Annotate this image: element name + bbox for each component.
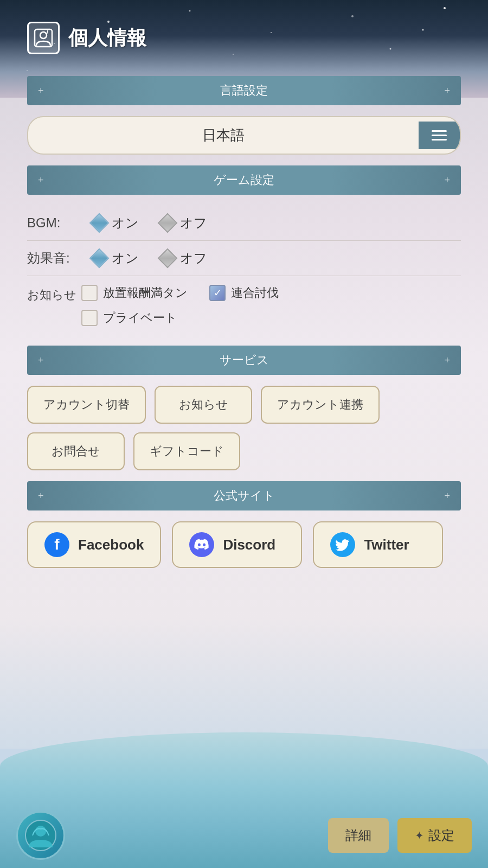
language-section-title: 言語設定 xyxy=(44,82,445,99)
game-settings-section-header: + ゲーム設定 + xyxy=(27,165,461,195)
header-icon: / xyxy=(27,22,60,54)
section-deco-left2: + xyxy=(38,175,44,186)
notification-row-2: プライベート xyxy=(81,310,279,326)
section-deco-right: + xyxy=(444,85,450,97)
bottom-actions: 詳細 ✦ 設定 xyxy=(328,818,472,853)
section-deco-left4: + xyxy=(38,490,44,502)
gift-code-button[interactable]: ギフトコード xyxy=(133,432,240,470)
language-section-header: + 言語設定 + xyxy=(27,76,461,105)
settings-button-label: 設定 xyxy=(428,827,454,844)
bgm-on-label: オン xyxy=(112,214,139,232)
language-selector[interactable]: 日本語 xyxy=(27,116,461,155)
service-section-header: + サービス + xyxy=(27,346,461,375)
bgm-off-label: オフ xyxy=(180,214,207,232)
notification-row-1: 放置報酬満タン ✓ 連合討伐 xyxy=(81,285,279,301)
section-deco-right2: + xyxy=(444,175,450,186)
twitter-icon xyxy=(330,532,355,557)
notification-idle-checkbox[interactable] xyxy=(81,285,98,301)
service-buttons: アカウント切替 お知らせ アカウント連携 お問合せ ギフトコード xyxy=(27,386,461,470)
account-link-button[interactable]: アカウント連携 xyxy=(261,386,380,424)
current-language: 日本語 xyxy=(28,117,419,154)
sfx-label: 効果音: xyxy=(27,250,92,267)
notification-private-option[interactable]: プライベート xyxy=(81,310,177,326)
notification-alliance-option[interactable]: ✓ 連合討伐 xyxy=(209,285,279,301)
section-deco-right4: + xyxy=(444,490,450,502)
discord-label: Discord xyxy=(223,537,275,553)
notification-label: お知らせ xyxy=(27,285,81,303)
star-icon: ✦ xyxy=(415,829,424,842)
facebook-label: Facebook xyxy=(78,537,144,553)
bgm-off-radio[interactable] xyxy=(158,213,178,233)
notification-idle-option[interactable]: 放置報酬満タン xyxy=(81,285,188,301)
bgm-radio-group: オン オフ xyxy=(92,214,461,232)
service-section-title: サービス xyxy=(44,352,445,368)
twitter-label: Twitter xyxy=(364,537,409,553)
game-settings-section-title: ゲーム設定 xyxy=(44,172,445,188)
section-deco-left: + xyxy=(38,85,44,97)
sfx-radio-group: オン オフ xyxy=(92,250,461,267)
contact-button[interactable]: お問合せ xyxy=(27,432,125,470)
facebook-icon: f xyxy=(44,532,69,557)
svg-point-11 xyxy=(40,32,47,39)
header: / 個人情報 xyxy=(0,0,488,65)
bgm-on-option[interactable]: オン xyxy=(92,214,139,232)
settings-button[interactable]: ✦ 設定 xyxy=(397,818,472,853)
sfx-on-option[interactable]: オン xyxy=(92,250,139,267)
official-section-header: + 公式サイト + xyxy=(27,481,461,510)
section-deco-left3: + xyxy=(38,355,44,366)
bgm-row: BGM: オン オフ xyxy=(27,206,461,241)
detail-button[interactable]: 詳細 xyxy=(328,818,389,853)
notification-alliance-checkbox[interactable]: ✓ xyxy=(209,285,226,301)
official-section-title: 公式サイト xyxy=(44,488,445,504)
bgm-on-radio[interactable] xyxy=(89,213,110,233)
sfx-on-radio[interactable] xyxy=(89,248,110,269)
notification-alliance-label: 連合討伐 xyxy=(231,285,279,301)
page-title: 個人情報 xyxy=(68,25,146,52)
bottom-bar: 詳細 ✦ 設定 xyxy=(0,803,488,868)
bgm-off-option[interactable]: オフ xyxy=(160,214,207,232)
language-menu-button[interactable] xyxy=(419,122,460,149)
sfx-row: 効果音: オン オフ xyxy=(27,241,461,276)
svg-point-14 xyxy=(35,826,46,837)
sfx-off-label: オフ xyxy=(180,250,207,267)
notification-options: 放置報酬満タン ✓ 連合討伐 プライベート xyxy=(81,285,279,326)
notification-row: お知らせ 放置報酬満タン ✓ 連合討伐 プライベート xyxy=(27,276,461,335)
account-switch-button[interactable]: アカウント切替 xyxy=(27,386,146,424)
sfx-off-option[interactable]: オフ xyxy=(160,250,207,267)
settings-content: BGM: オン オフ 効果音: オン xyxy=(27,206,461,335)
notice-button[interactable]: お知らせ xyxy=(155,386,252,424)
official-buttons: f Facebook Discord Twitter xyxy=(27,521,461,568)
section-deco-right3: + xyxy=(444,355,450,366)
notification-private-label: プライベート xyxy=(103,310,177,326)
facebook-button[interactable]: f Facebook xyxy=(27,521,161,568)
notification-idle-label: 放置報酬満タン xyxy=(103,285,188,301)
notification-private-checkbox[interactable] xyxy=(81,310,98,326)
sfx-off-radio[interactable] xyxy=(158,248,178,269)
bgm-label: BGM: xyxy=(27,215,92,231)
discord-button[interactable]: Discord xyxy=(172,521,302,568)
hamburger-icon xyxy=(432,130,447,141)
discord-icon xyxy=(189,532,214,557)
avatar[interactable] xyxy=(16,811,65,860)
twitter-button[interactable]: Twitter xyxy=(313,521,443,568)
sfx-on-label: オン xyxy=(112,250,139,267)
